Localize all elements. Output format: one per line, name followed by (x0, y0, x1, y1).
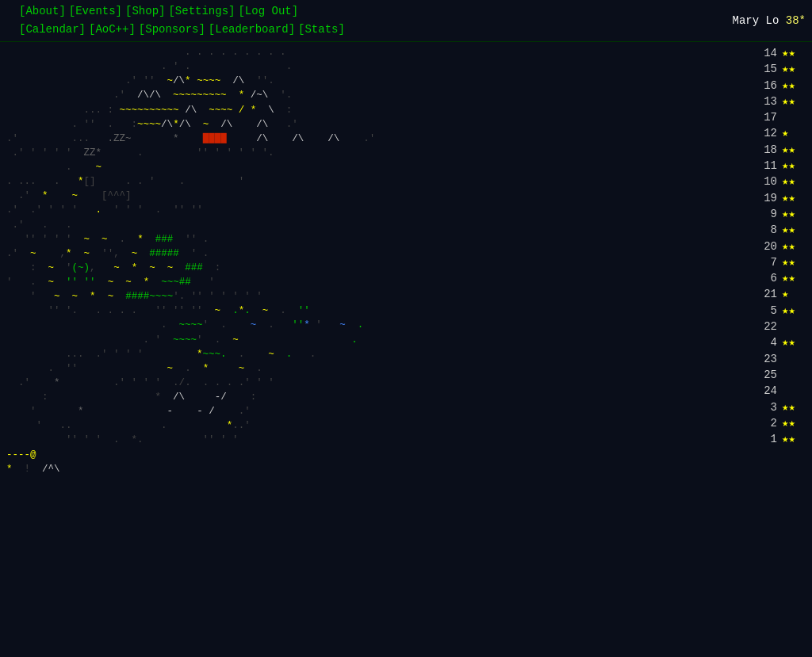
day-number: 7 (755, 254, 777, 270)
day-stars: ★★ (782, 45, 804, 61)
day-stars: ★★ (782, 399, 804, 415)
nav-shop[interactable]: [Shop] (125, 3, 165, 20)
day-row[interactable]: 12★ (723, 125, 806, 141)
day-stars: ★★ (782, 61, 804, 77)
day-stars: ★★ (782, 254, 804, 270)
day-row[interactable]: 15★★ (723, 61, 806, 77)
day-row[interactable]: 10★★ (723, 174, 806, 189)
day-row[interactable]: 6★★ (723, 270, 806, 286)
nav-stats[interactable]: [Stats] (298, 21, 345, 38)
day-stars: ★★ (782, 174, 804, 189)
day-row[interactable]: 23 (723, 351, 806, 367)
day-stars: ★★ (782, 270, 804, 286)
day-row[interactable]: 18★★ (723, 142, 806, 158)
day-row[interactable]: 22 (723, 319, 806, 334)
user-info: Mary Lo 38* (733, 14, 806, 27)
nav-calendar[interactable]: [Calendar] (19, 21, 86, 38)
day-number: 24 (755, 383, 777, 399)
day-number: 20 (755, 239, 777, 254)
day-stars: ★★ (782, 94, 804, 109)
nav-logout[interactable]: [Log Out] (238, 3, 298, 20)
day-number: 3 (755, 399, 777, 415)
day-row[interactable]: 25 (723, 367, 806, 383)
day-stars: ★ (782, 286, 804, 302)
day-number: 17 (755, 109, 777, 125)
day-number: 23 (755, 351, 777, 367)
day-number: 13 (755, 94, 777, 109)
day-row[interactable]: 24 (723, 383, 806, 399)
user-stars: 38* (786, 14, 806, 27)
day-row[interactable]: 9★★ (723, 206, 806, 222)
days-panel: 14★★15★★16★★13★★1712★18★★11★★10★★19★★9★★… (717, 42, 812, 650)
day-number: 14 (755, 45, 777, 61)
day-number: 10 (755, 174, 777, 189)
day-stars: ★ (782, 125, 804, 141)
day-number: 21 (755, 286, 777, 302)
day-row[interactable]: 21★ (723, 286, 806, 302)
day-row[interactable]: 5★★ (723, 303, 806, 319)
day-stars: ★★ (782, 415, 804, 431)
day-stars: ★★ (782, 239, 804, 254)
day-stars: ★★ (782, 303, 804, 319)
day-row[interactable]: 16★★ (723, 78, 806, 94)
day-number: 2 (755, 415, 777, 431)
main-content: . . . . . . . . . . ' . . .' '' ~/\* ~~~… (0, 42, 812, 650)
nav-leaderboard[interactable]: [Leaderboard] (209, 21, 295, 38)
day-stars: ★★ (782, 190, 804, 206)
day-row[interactable]: 4★★ (723, 334, 806, 350)
day-number: 8 (755, 222, 777, 238)
day-row[interactable]: 11★★ (723, 158, 806, 174)
username: Mary Lo (733, 14, 779, 27)
day-number: 5 (755, 303, 777, 319)
day-number: 25 (755, 367, 777, 383)
day-number: 18 (755, 142, 777, 158)
day-stars: ★★ (782, 206, 804, 222)
day-number: 12 (755, 125, 777, 141)
day-row[interactable]: 13★★ (723, 94, 806, 109)
day-stars: ★★ (782, 222, 804, 238)
nav-events[interactable]: [Events] (69, 3, 122, 20)
day-row[interactable]: 19★★ (723, 190, 806, 206)
day-row[interactable]: 14★★ (723, 45, 806, 61)
day-stars: ★★ (782, 78, 804, 94)
day-number: 9 (755, 206, 777, 222)
nav-aocpp[interactable]: [AoC++] (89, 21, 136, 38)
nav-sponsors[interactable]: [Sponsors] (139, 21, 205, 38)
day-number: 6 (755, 270, 777, 286)
day-row[interactable]: 20★★ (723, 239, 806, 254)
nav-settings[interactable]: [Settings] (168, 3, 235, 20)
nav-about[interactable]: [About] (19, 3, 66, 20)
ascii-art: . . . . . . . . . . ' . . .' '' ~/\* ~~~… (0, 42, 717, 650)
nav-row-top: [About] [Events] [Shop] [Settings] [Log … (19, 3, 345, 20)
day-row[interactable]: 17 (723, 109, 806, 125)
day-number: 1 (755, 431, 777, 447)
day-number: 15 (755, 61, 777, 77)
day-stars: ★★ (782, 158, 804, 174)
header: [About] [Events] [Shop] [Settings] [Log … (0, 0, 812, 42)
day-stars: ★★ (782, 431, 804, 447)
day-stars: ★★ (782, 334, 804, 350)
day-number: 22 (755, 319, 777, 334)
day-number: 19 (755, 190, 777, 206)
day-row[interactable]: 3★★ (723, 399, 806, 415)
day-number: 4 (755, 334, 777, 350)
day-row[interactable]: 1★★ (723, 431, 806, 447)
day-number: 11 (755, 158, 777, 174)
nav-block: [About] [Events] [Shop] [Settings] [Log … (19, 3, 345, 38)
day-row[interactable]: 7★★ (723, 254, 806, 270)
day-row[interactable]: 8★★ (723, 222, 806, 238)
day-row[interactable]: 2★★ (723, 415, 806, 431)
nav-row-bottom: [Calendar] [AoC++] [Sponsors] [Leaderboa… (19, 21, 345, 38)
day-stars: ★★ (782, 142, 804, 158)
day-number: 16 (755, 78, 777, 94)
